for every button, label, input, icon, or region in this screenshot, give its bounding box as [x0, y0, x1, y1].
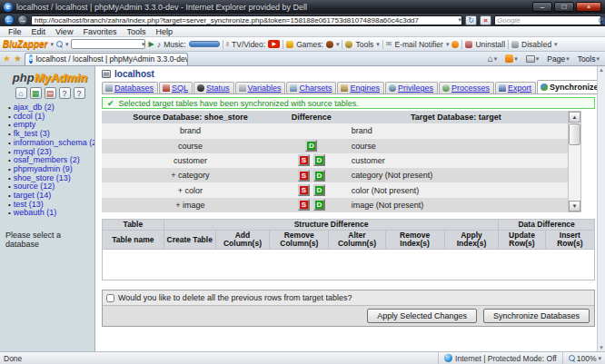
uninstall-label[interactable]: Uninstall — [475, 40, 505, 49]
back-button[interactable]: ← — [4, 15, 15, 25]
database-link[interactable]: mysql (23) — [14, 147, 52, 156]
disabled-dropdown-icon[interactable]: ▾ — [554, 41, 558, 48]
menu-favorites[interactable]: Favorites — [78, 27, 121, 36]
database-link[interactable]: source (12) — [14, 182, 55, 191]
games-label[interactable]: Games: — [296, 40, 323, 49]
print-dropdown-icon[interactable]: ▾ — [536, 55, 540, 63]
tools-dropdown-icon[interactable]: ▾ — [596, 55, 600, 63]
url-dropdown-icon[interactable]: ▾ — [458, 16, 461, 24]
data-diff-button[interactable]: D — [313, 184, 325, 196]
database-link[interactable]: webauth (1) — [14, 208, 57, 217]
tab-privileges[interactable]: Privileges — [385, 82, 438, 93]
url-input[interactable] — [32, 16, 458, 25]
tab-sql[interactable]: SQL — [159, 82, 193, 93]
apply-selected-changes-button[interactable]: Apply Selected Changes — [367, 309, 477, 323]
tools-menu-button[interactable]: Tools▾ — [575, 54, 602, 64]
tab-charsets[interactable]: Charsets — [286, 82, 336, 93]
browser-tab[interactable]: e localhost / localhost | phpMyAdmin 3.3… — [25, 53, 188, 65]
database-link[interactable]: phpmyadmin (9) — [14, 164, 73, 173]
minimize-button[interactable]: – — [532, 2, 552, 12]
volume-slider[interactable] — [189, 41, 220, 47]
tab-variables[interactable]: Variables — [235, 82, 286, 93]
menu-tools[interactable]: Tools — [122, 27, 150, 36]
tab-label[interactable]: SQL — [172, 84, 188, 93]
sql-window-icon[interactable]: ▤ — [45, 87, 56, 99]
frame-scroll-up-icon[interactable]: ▲ — [599, 67, 604, 73]
tab-label[interactable]: Status — [206, 84, 230, 93]
scroll-down-icon[interactable]: ▼ — [569, 201, 580, 212]
close-button[interactable]: × — [576, 2, 601, 12]
tab-label[interactable]: Export — [508, 84, 531, 93]
main-frame-scrollbar[interactable]: ▲ ▼ — [597, 66, 605, 351]
brand-dropdown-icon[interactable]: ▾ — [50, 41, 54, 48]
combo-dropdown-icon[interactable]: ▾ — [142, 41, 145, 48]
data-diff-button[interactable]: D — [305, 140, 317, 152]
home-dropdown-icon[interactable]: ▾ — [494, 55, 498, 63]
toolbar-search-icon[interactable] — [56, 41, 63, 47]
menu-edit[interactable]: Edit — [27, 27, 51, 36]
database-link[interactable]: fk_test (3) — [14, 129, 50, 138]
menu-help[interactable]: Help — [151, 27, 177, 36]
mysql-docs-icon[interactable]: ? — [74, 87, 85, 99]
database-link[interactable]: empty — [14, 120, 36, 129]
tab-label[interactable]: Privileges — [398, 84, 433, 93]
tab-engines[interactable]: Engines — [337, 82, 384, 93]
scrollbar-thumb[interactable] — [569, 123, 580, 145]
sync-table-scrollbar[interactable]: ▲ ▼ — [568, 111, 581, 212]
addon-tools-dropdown-icon[interactable]: ▾ — [376, 41, 380, 48]
pma-docs-icon[interactable]: ? — [59, 87, 71, 99]
feeds-button[interactable]: ▾ — [502, 54, 521, 63]
refresh-button[interactable]: ↻ — [465, 15, 477, 25]
frame-scroll-down-icon[interactable]: ▼ — [599, 345, 604, 350]
home-button[interactable]: ⌂▾ — [485, 54, 501, 64]
add-favorite-icon[interactable]: ★ — [14, 54, 22, 64]
tab-label[interactable]: Processes — [451, 84, 490, 93]
tab-databases[interactable]: Databases — [102, 82, 158, 93]
home-icon[interactable]: ⌂ — [15, 87, 27, 99]
play-icon[interactable]: ▶ — [148, 40, 154, 48]
toolbar-search-dropdown-icon[interactable]: ▾ — [65, 41, 69, 48]
menu-file[interactable]: File — [4, 27, 26, 36]
database-link[interactable]: information_schema (28) — [14, 138, 95, 147]
zoom-control[interactable]: 100% ▾ — [562, 352, 601, 364]
feeds-dropdown-icon[interactable]: ▾ — [514, 55, 518, 63]
menu-view[interactable]: View — [51, 27, 77, 36]
page-menu-button[interactable]: Page▾ — [544, 54, 571, 64]
game-ball-icon[interactable] — [326, 41, 333, 48]
data-diff-button[interactable]: D — [313, 170, 325, 182]
scroll-up-icon[interactable]: ▲ — [569, 112, 580, 123]
tab-label[interactable]: Databases — [114, 84, 154, 93]
addon-tools-label[interactable]: Tools — [355, 40, 373, 49]
database-link[interactable]: osaf_members (2) — [14, 155, 80, 164]
database-list-item[interactable]: webauth (1) — [8, 209, 94, 218]
page-dropdown-icon[interactable]: ▾ — [566, 55, 570, 63]
phpmyadmin-logo[interactable]: phpMyAdmin — [5, 71, 94, 84]
tab-label[interactable]: Charsets — [299, 84, 332, 93]
database-link[interactable]: test (13) — [14, 200, 44, 209]
email-dropdown-icon[interactable]: ▾ — [446, 41, 450, 48]
games-dropdown-icon[interactable]: ▾ — [336, 41, 340, 48]
structure-diff-button[interactable]: S — [298, 154, 310, 166]
zoom-dropdown-icon[interactable]: ▾ — [598, 355, 601, 362]
forward-button[interactable]: → — [17, 15, 28, 25]
data-diff-button[interactable]: D — [313, 199, 325, 211]
email-notifier-label[interactable]: E-mail Notifier — [395, 40, 443, 49]
delete-rows-checkbox[interactable] — [106, 294, 114, 302]
youtube-icon[interactable]: ▶ — [268, 40, 280, 48]
print-button[interactable]: ▾ — [523, 55, 542, 63]
exit-icon[interactable]: ▦ — [30, 87, 42, 99]
tab-synchronize[interactable]: Synchronize — [537, 80, 597, 93]
tab-label[interactable]: Synchronize — [550, 83, 597, 92]
synchronize-databases-button[interactable]: Synchronize Databases — [483, 309, 590, 323]
structure-diff-button[interactable]: S — [298, 184, 310, 196]
search-input[interactable] — [497, 16, 597, 25]
toolbar-search-combo[interactable]: ▾ — [71, 39, 145, 49]
database-link[interactable]: shoe_store (13) — [14, 173, 71, 182]
tv-video-label[interactable]: TV/Video: — [232, 40, 265, 49]
tab-label[interactable]: Variables — [248, 84, 282, 93]
stop-button[interactable]: × — [480, 15, 491, 25]
favorites-star-icon[interactable]: ★ — [3, 54, 11, 64]
structure-diff-button[interactable]: S — [298, 170, 310, 182]
database-link[interactable]: ajax_db (2) — [14, 103, 55, 112]
structure-diff-button[interactable]: S — [298, 199, 310, 211]
